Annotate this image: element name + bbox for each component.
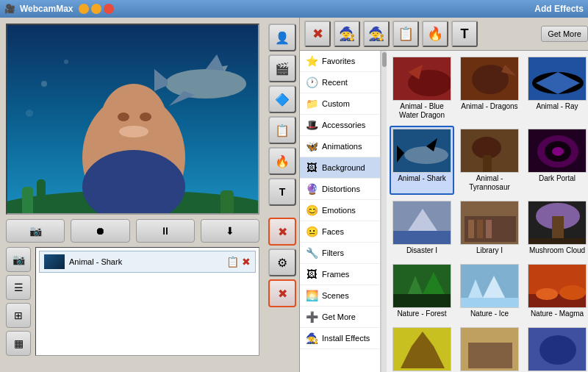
effect-library[interactable]: Library I bbox=[457, 198, 522, 258]
category-list: ⭐ Favorites 🕐 Recent 📁 Custom 🎩 Accessor… bbox=[300, 51, 381, 372]
effect-thumb-row5b bbox=[460, 327, 519, 371]
frames-button[interactable]: 📋 bbox=[268, 116, 296, 144]
cat-item-background[interactable]: 🖼 Background bbox=[300, 157, 380, 179]
svg-point-17 bbox=[119, 126, 148, 137]
cat-item-animations[interactable]: 🦋 Animations bbox=[300, 136, 380, 157]
app-icon: 🎥 bbox=[4, 4, 15, 14]
face-button[interactable]: 👤 bbox=[268, 24, 296, 51]
install-icon: 🧙 bbox=[304, 331, 319, 346]
effect-label-nature-magma: Nature - Magma bbox=[531, 310, 584, 318]
queue-delete-button[interactable]: ✖ bbox=[242, 256, 251, 268]
shapes-button[interactable]: 🔷 bbox=[268, 85, 296, 113]
faces-icon: 😐 bbox=[304, 224, 319, 239]
camera-button[interactable]: 📷 bbox=[6, 219, 65, 243]
custom-icon: 📁 bbox=[304, 96, 319, 111]
cat-item-frames[interactable]: 🖼 Frames bbox=[300, 264, 380, 285]
fire-button[interactable]: 🔥 bbox=[268, 147, 296, 175]
effect-label-library: Library I bbox=[476, 246, 503, 255]
close-button[interactable] bbox=[104, 4, 114, 14]
cat-label-distortions: Distortions bbox=[322, 185, 360, 193]
list-view-button[interactable]: ☰ bbox=[6, 275, 31, 300]
cat-item-faces[interactable]: 😐 Faces bbox=[300, 221, 380, 243]
cat-item-accessories[interactable]: 🎩 Accessories bbox=[300, 115, 380, 136]
svg-rect-44 bbox=[468, 220, 474, 238]
cat-item-distortions[interactable]: 🔮 Distortions bbox=[300, 179, 380, 200]
svg-point-16 bbox=[140, 112, 151, 121]
cat-label-faces: Faces bbox=[322, 227, 344, 236]
cat-item-filters[interactable]: 🔧 Filters bbox=[300, 243, 380, 264]
restore-button[interactable] bbox=[91, 4, 101, 14]
grid2-view-button[interactable]: ▦ bbox=[6, 331, 31, 356]
svg-point-3 bbox=[26, 110, 33, 117]
cat-label-accessories: Accessories bbox=[322, 121, 365, 129]
category-scrollbar[interactable] bbox=[381, 51, 387, 372]
effect-mushroom[interactable]: Mushroom Cloud bbox=[525, 198, 588, 258]
effects-button[interactable]: 🎬 bbox=[268, 54, 296, 82]
svg-point-61 bbox=[536, 288, 558, 300]
cat-label-emotions: Emotions bbox=[322, 206, 356, 215]
queue-copy-button[interactable]: 📋 bbox=[226, 256, 239, 268]
camera-side-button[interactable]: 📷 bbox=[6, 247, 31, 272]
effect-thumb-nature-ice bbox=[460, 264, 519, 308]
effect-ray[interactable]: Animal - Ray bbox=[525, 54, 588, 123]
svg-point-15 bbox=[118, 112, 129, 121]
cat-item-getmore[interactable]: ➕ Get More bbox=[300, 307, 380, 328]
cat-item-custom[interactable]: 📁 Custom bbox=[300, 93, 380, 115]
cat-item-favorites[interactable]: ⭐ Favorites bbox=[300, 51, 380, 72]
effect-thumb-tyrannosaur bbox=[460, 129, 519, 173]
cat-item-install[interactable]: 🧙 Install Effects bbox=[300, 328, 380, 349]
effect-label-dragons: Animal - Dragons bbox=[461, 102, 517, 111]
download-button[interactable]: ⬇ bbox=[201, 219, 259, 243]
get-more-button[interactable]: Get More bbox=[541, 26, 588, 42]
effect-nature-forest[interactable]: Nature - Forest bbox=[390, 261, 454, 321]
cat-item-scenes[interactable]: 🌅 Scenes bbox=[300, 285, 380, 307]
svg-point-62 bbox=[559, 285, 586, 300]
text-button[interactable]: T bbox=[268, 178, 296, 206]
cat-item-emotions[interactable]: 😊 Emotions bbox=[300, 200, 380, 221]
effect-label-nature-forest: Nature - Forest bbox=[397, 310, 446, 318]
grid-view-button[interactable]: ⊞ bbox=[6, 303, 31, 328]
effect-row5a[interactable] bbox=[390, 324, 454, 372]
title-bar: 🎥 WebcamMax Add Effects bbox=[0, 0, 588, 18]
effect-nature-ice[interactable]: Nature - Ice bbox=[457, 261, 522, 321]
effect-tool-clipboard[interactable]: 📋 bbox=[392, 21, 419, 47]
effect-tool-fire[interactable]: 🔥 bbox=[422, 21, 448, 47]
queue-item[interactable]: Animal - Shark 📋 ✖ bbox=[39, 251, 256, 273]
effects-grid: Animal - Blue Water Dragon Animal - Drag… bbox=[390, 54, 588, 372]
effect-dragons[interactable]: Animal - Dragons bbox=[457, 54, 522, 123]
effect-thumb-water-dragon bbox=[392, 57, 451, 101]
pause-button[interactable]: ⏸ bbox=[136, 219, 195, 243]
svg-point-1 bbox=[41, 81, 47, 87]
cat-item-recent[interactable]: 🕐 Recent bbox=[300, 72, 380, 93]
recent-icon: 🕐 bbox=[304, 75, 319, 90]
effect-nature-magma[interactable]: Nature - Magma bbox=[525, 261, 588, 321]
effect-water-dragon[interactable]: Animal - Blue Water Dragon bbox=[390, 54, 454, 123]
svg-rect-45 bbox=[477, 220, 483, 238]
effect-label-shark: Animal - Shark bbox=[398, 174, 446, 183]
cat-label-filters: Filters bbox=[322, 248, 344, 257]
settings-button[interactable]: ⚙ bbox=[268, 248, 296, 276]
favorites-icon: ⭐ bbox=[304, 54, 319, 68]
animations-icon: 🦋 bbox=[304, 139, 319, 154]
effect-tool-text[interactable]: T bbox=[451, 21, 478, 47]
accessories-icon: 🎩 bbox=[304, 118, 319, 132]
controls-row: 📷 ⏺ ⏸ ⬇ bbox=[6, 219, 259, 243]
remove2-button[interactable]: ✖ bbox=[268, 279, 296, 307]
distortions-icon: 🔮 bbox=[304, 182, 319, 196]
effect-dark-portal[interactable]: Dark Portal bbox=[525, 126, 588, 195]
effect-tool-wizard[interactable]: 🧙 bbox=[334, 21, 360, 47]
effect-tool-remove[interactable]: ✖ bbox=[304, 21, 331, 47]
minimize-button[interactable] bbox=[79, 4, 89, 14]
effect-tyrannosaur[interactable]: Animal - Tyrannosaur bbox=[457, 126, 522, 195]
cat-label-install: Install Effects bbox=[322, 334, 370, 343]
effect-thumb-row5a bbox=[392, 327, 451, 371]
effect-shark[interactable]: Animal - Shark bbox=[390, 126, 454, 195]
remove-button[interactable]: ✖ bbox=[268, 218, 296, 246]
effect-disaster[interactable]: Disaster I bbox=[390, 198, 454, 258]
effect-tool-wizard2[interactable]: 🧙 bbox=[363, 21, 390, 47]
record-button[interactable]: ⏺ bbox=[71, 219, 129, 243]
effect-row5c[interactable] bbox=[525, 324, 588, 372]
effect-thumb-nature-magma bbox=[528, 264, 587, 308]
scrollbar-thumb[interactable] bbox=[382, 52, 387, 67]
effect-row5b[interactable] bbox=[457, 324, 522, 372]
